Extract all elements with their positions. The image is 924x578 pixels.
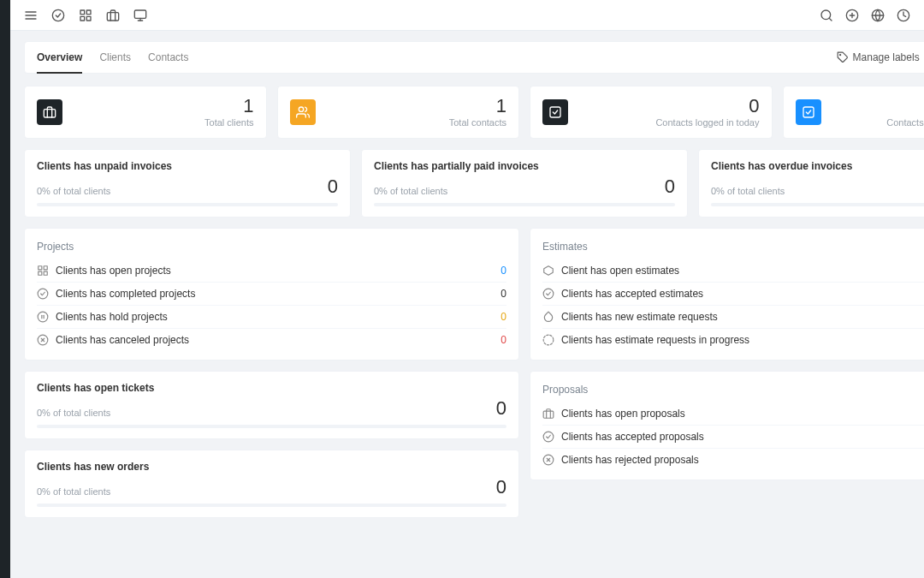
invoice-sub: 0% of total clients <box>374 186 447 196</box>
stat-value: 1 <box>204 97 253 116</box>
stat-label: Contacts logged in today <box>655 117 759 128</box>
check-circle-icon <box>542 288 554 300</box>
invoice-progress <box>711 203 924 206</box>
list-item[interactable]: Clients has open proposals <box>542 402 924 425</box>
list-label: Clients has completed projects <box>56 288 195 300</box>
tasks-icon[interactable] <box>51 9 65 22</box>
open-tickets-card: Clients has open tickets 0% of total cli… <box>24 371 519 439</box>
manage-labels-button[interactable]: Manage labels <box>837 51 920 63</box>
topbar <box>10 0 924 31</box>
list-label: Clients has open proposals <box>561 408 685 420</box>
users-icon <box>290 99 316 125</box>
orders-sub: 0% of total clients <box>37 486 110 497</box>
list-count: 0 <box>500 265 506 277</box>
list-label: Clients has accepted proposals <box>561 431 704 443</box>
add-icon[interactable] <box>845 9 859 22</box>
invoice-sub: 0% of total clients <box>711 186 785 196</box>
list-label: Clients has rejected proposals <box>561 454 699 466</box>
list-label: Clients has new estimate requests <box>561 311 718 323</box>
list-item[interactable]: Clients has accepted estimates <box>542 282 924 305</box>
invoice-card: Clients has overdue invoices 0% of total… <box>698 149 924 217</box>
proposals-title: Proposals <box>542 384 924 396</box>
briefcase-icon[interactable] <box>106 9 120 22</box>
stat-card[interactable]: 1 Total contacts <box>277 86 520 139</box>
invoice-progress <box>37 203 338 206</box>
invoice-card: Clients has unpaid invoices 0% of total … <box>24 149 351 217</box>
list-item[interactable]: Client has open estimates <box>542 259 924 282</box>
check-square-icon <box>796 99 821 125</box>
tickets-title: Clients has open tickets <box>37 382 506 394</box>
stat-value: 0 <box>655 97 759 116</box>
list-label: Clients has accepted estimates <box>561 288 703 300</box>
list-label: Clients has canceled projects <box>56 334 189 346</box>
apps-icon[interactable] <box>79 9 92 22</box>
invoice-value: 0 <box>665 177 675 196</box>
loader-icon <box>542 334 554 346</box>
stat-card[interactable]: 0 Contacts logged in last 7 days <box>783 86 925 139</box>
stat-value: 1 <box>449 97 506 116</box>
invoice-card: Clients has partially paid invoices 0% o… <box>361 149 688 217</box>
list-label: Client has open estimates <box>561 265 679 277</box>
pause-circle-icon <box>37 311 49 323</box>
list-item[interactable]: Clients has completed projects0 <box>37 282 506 305</box>
briefcase-icon <box>542 408 554 420</box>
list-count: 0 <box>500 334 506 346</box>
tickets-progress <box>37 425 506 428</box>
language-icon[interactable] <box>871 9 885 22</box>
list-item[interactable]: Clients has estimate requests in progres… <box>542 328 924 351</box>
stat-label: Total clients <box>204 117 253 128</box>
list-item[interactable]: Clients has new estimate requests <box>542 305 924 328</box>
projects-panel: Projects Clients has open projects0 Clie… <box>24 228 519 361</box>
list-item[interactable]: Clients has accepted proposals <box>542 425 924 448</box>
stat-card[interactable]: 0 Contacts logged in today <box>530 86 773 139</box>
stat-label: Contacts logged in last 7 days <box>886 117 924 128</box>
manage-labels-label: Manage labels <box>853 51 920 63</box>
new-orders-card: Clients has new orders 0% of total clien… <box>24 450 519 518</box>
projects-title: Projects <box>37 241 506 253</box>
stat-card[interactable]: 1 Total clients <box>24 86 267 139</box>
tickets-sub: 0% of total clients <box>37 408 110 418</box>
check-circle-icon <box>37 288 49 300</box>
briefcase-icon <box>37 99 62 125</box>
x-circle-icon <box>542 454 554 466</box>
invoice-value: 0 <box>328 177 338 196</box>
orders-progress <box>37 504 506 507</box>
menu-icon[interactable] <box>24 9 38 22</box>
proposals-panel: Proposals Clients has open proposals Cli… <box>530 371 924 480</box>
invoice-title: Clients has unpaid invoices <box>37 160 338 172</box>
hexagon-icon <box>542 265 554 277</box>
tab-overview[interactable]: Overview <box>37 43 82 74</box>
check-square-icon <box>542 99 568 125</box>
list-count: 0 <box>500 311 506 323</box>
tab-clients[interactable]: Clients <box>99 43 131 74</box>
invoice-title: Clients has overdue invoices <box>711 160 924 172</box>
monitor-icon[interactable] <box>133 9 147 22</box>
recent-icon[interactable] <box>897 9 910 22</box>
stat-label: Total contacts <box>449 117 506 128</box>
orders-value: 0 <box>496 478 506 497</box>
estimates-title: Estimates <box>542 241 924 253</box>
list-count: 0 <box>500 288 506 300</box>
list-item[interactable]: Clients has hold projects0 <box>37 305 506 328</box>
invoice-progress <box>374 203 675 206</box>
list-label: Clients has estimate requests in progres… <box>561 334 749 346</box>
tickets-value: 0 <box>496 399 506 418</box>
droplet-icon <box>542 311 554 323</box>
tabs-bar: OverviewClientsContacts Manage labels Im… <box>24 41 924 74</box>
grid-icon <box>37 265 49 277</box>
list-item[interactable]: Clients has open projects0 <box>37 259 506 282</box>
list-label: Clients has open projects <box>56 265 171 277</box>
invoice-title: Clients has partially paid invoices <box>374 160 675 172</box>
list-item[interactable]: Clients has rejected proposals <box>542 448 924 471</box>
list-label: Clients has hold projects <box>56 311 168 323</box>
search-icon[interactable] <box>820 9 833 22</box>
list-item[interactable]: Clients has canceled projects0 <box>37 328 506 351</box>
collapsed-sidebar[interactable] <box>0 0 10 578</box>
orders-title: Clients has new orders <box>37 461 506 473</box>
estimates-panel: Estimates Client has open estimates Clie… <box>530 228 924 361</box>
tab-contacts[interactable]: Contacts <box>148 43 188 74</box>
stat-value: 0 <box>886 97 924 116</box>
check-circle-icon <box>542 431 554 443</box>
invoice-sub: 0% of total clients <box>37 186 110 196</box>
x-circle-icon <box>37 334 49 346</box>
